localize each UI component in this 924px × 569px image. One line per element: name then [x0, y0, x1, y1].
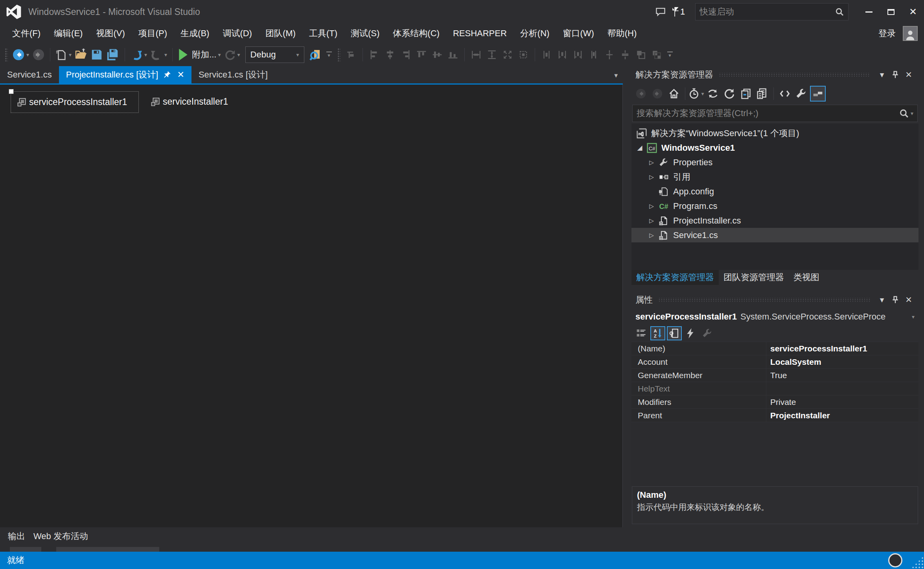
menu-team[interactable]: 团队(M) — [259, 25, 302, 42]
notification-flag-icon[interactable]: 1 — [669, 3, 687, 20]
user-avatar[interactable] — [903, 26, 918, 41]
align-to-grid-button[interactable] — [344, 46, 359, 63]
feedback-icon[interactable] — [652, 3, 669, 20]
align-centers-button[interactable] — [383, 46, 398, 63]
menu-architecture[interactable]: 体系结构(C) — [386, 25, 446, 42]
property-value[interactable]: True — [766, 369, 918, 382]
make-same-size-button[interactable] — [500, 46, 515, 63]
home-button[interactable] — [666, 86, 682, 102]
align-lefts-button[interactable] — [367, 46, 382, 63]
pin-icon[interactable] — [164, 71, 171, 79]
tree-node-projectinstaller-cs[interactable]: ▷ ProjectInstaller.cs — [631, 213, 918, 228]
make-same-height-button[interactable] — [484, 46, 499, 63]
menu-edit[interactable]: 编辑(E) — [47, 25, 89, 42]
menu-view[interactable]: 视图(V) — [89, 25, 131, 42]
solution-explorer-header[interactable]: 解决方案资源管理器 ▾ ✕ — [631, 66, 918, 83]
pending-changes-filter-button[interactable]: ▾ — [688, 86, 704, 102]
property-value[interactable]: serviceProcessInstaller1 — [766, 342, 918, 355]
new-file-button[interactable]: ▾ — [54, 46, 73, 63]
collapsed-arrow-icon[interactable]: ▷ — [646, 174, 657, 181]
collapsed-arrow-icon[interactable]: ▷ — [646, 217, 657, 224]
panel-drag-grip[interactable] — [719, 73, 870, 77]
window-resize-grip[interactable] — [911, 556, 923, 568]
component-service-installer[interactable]: serviceInstaller1 — [145, 91, 234, 112]
search-options-dropdown[interactable]: ▾ — [911, 110, 913, 116]
menu-help[interactable]: 帮助(H) — [601, 25, 644, 42]
property-pages-button[interactable] — [700, 326, 715, 340]
tree-node-solution[interactable]: 解决方案“WindowsService1”(1 个项目) — [631, 126, 918, 140]
pin-icon[interactable] — [889, 293, 902, 307]
save-button[interactable] — [89, 46, 104, 63]
navigate-back-button[interactable]: ▾ — [11, 46, 30, 63]
navigate-back-dropdown[interactable]: ▾ — [26, 52, 29, 58]
window-position-chevron[interactable]: ▾ — [875, 293, 889, 307]
property-row-parent[interactable]: Parent ProjectInstaller — [631, 409, 918, 422]
sync-with-active-document-button[interactable] — [705, 86, 721, 102]
menu-analyze[interactable]: 分析(N) — [514, 25, 556, 42]
property-row-modifiers[interactable]: Modifiers Private — [631, 395, 918, 409]
minimize-button[interactable] — [858, 3, 880, 20]
show-all-files-button[interactable] — [810, 86, 826, 102]
alphabetical-sort-button[interactable]: AZ — [650, 326, 665, 340]
restart-dropdown[interactable]: ▾ — [237, 52, 240, 58]
tree-node-app-config[interactable]: App.config — [631, 184, 918, 199]
property-value[interactable]: Private — [766, 395, 918, 408]
properties-header[interactable]: 属性 ▾ ✕ — [631, 291, 918, 309]
tab-web-publish-activity[interactable]: Web 发布活动 — [33, 530, 88, 542]
categorized-button[interactable] — [634, 326, 649, 340]
make-same-width-button[interactable] — [469, 46, 484, 63]
panel-drag-grip[interactable] — [658, 298, 870, 302]
vertical-spacing-equal-button[interactable] — [602, 46, 617, 63]
send-to-back-button[interactable] — [649, 46, 664, 63]
tab-solution-explorer[interactable]: 解决方案资源管理器 — [631, 270, 719, 285]
tree-node-program-cs[interactable]: ▷ C# Program.cs — [631, 199, 918, 213]
selection-handle[interactable] — [9, 89, 14, 94]
expanded-arrow-icon[interactable]: ◢ — [634, 144, 646, 152]
restart-button[interactable]: ▾ — [223, 46, 241, 63]
quick-launch-input[interactable] — [699, 7, 835, 17]
horizontal-spacing-equal-button[interactable] — [539, 46, 554, 63]
quick-launch-box[interactable] — [695, 3, 849, 20]
back-button[interactable] — [633, 86, 649, 102]
collapsed-arrow-icon[interactable]: ▷ — [646, 159, 657, 166]
menu-file[interactable]: 文件(F) — [6, 25, 47, 42]
open-file-button[interactable] — [74, 46, 88, 63]
tab-team-explorer[interactable]: 团队资源管理器 — [719, 270, 789, 285]
start-debug-button[interactable]: 附加... ▾ — [177, 46, 222, 63]
sign-in-link[interactable]: 登录 — [878, 28, 896, 39]
tree-node-service1-cs[interactable]: ▷ Service1.cs — [631, 228, 918, 242]
undo-dropdown[interactable]: ▾ — [144, 52, 147, 58]
properties-view-button[interactable] — [667, 326, 682, 340]
find-in-files-button[interactable] — [308, 46, 323, 63]
increase-vertical-spacing-button[interactable] — [618, 46, 633, 63]
events-button[interactable] — [683, 326, 698, 340]
view-code-button[interactable] — [777, 86, 793, 102]
component-designer-surface[interactable]: serviceProcessInstaller1 serviceInstalle… — [0, 85, 623, 527]
document-list-chevron[interactable]: ▼ — [613, 72, 619, 79]
window-position-chevron[interactable]: ▾ — [875, 68, 889, 81]
property-value[interactable]: ProjectInstaller — [766, 409, 918, 422]
menu-window[interactable]: 窗口(W) — [556, 25, 600, 42]
menu-tools[interactable]: 工具(T) — [302, 25, 344, 42]
collapsed-arrow-icon[interactable]: ▷ — [646, 203, 657, 210]
tab-service1-cs-design[interactable]: Service1.cs [设计] — [191, 66, 275, 83]
component-service-process-installer[interactable]: serviceProcessInstaller1 — [11, 91, 139, 113]
property-row-helptext[interactable]: HelpText — [631, 382, 918, 395]
tab-output[interactable]: 输出 — [8, 530, 25, 542]
refresh-button[interactable] — [722, 86, 737, 102]
navigate-forward-button[interactable] — [31, 46, 46, 63]
tab-service1-cs[interactable]: Service1.cs — [0, 66, 59, 83]
save-all-button[interactable] — [105, 46, 121, 63]
decrease-horizontal-spacing-button[interactable] — [571, 46, 585, 63]
align-rights-button[interactable] — [398, 46, 413, 63]
solution-configuration-combo[interactable]: Debug ▾ — [245, 46, 304, 63]
start-debug-dropdown[interactable]: ▾ — [218, 52, 221, 58]
feedback-smiley-button[interactable] — [888, 553, 902, 567]
object-selector-combo[interactable]: serviceProcessInstaller1 System.ServiceP… — [631, 309, 918, 325]
properties-shortcut-button[interactable] — [755, 86, 770, 102]
close-tab-icon[interactable]: ✕ — [177, 70, 184, 80]
close-panel-icon[interactable]: ✕ — [902, 68, 915, 81]
filter-dropdown[interactable]: ▾ — [701, 91, 704, 97]
property-value[interactable] — [766, 382, 918, 395]
solution-search-box[interactable]: ▾ — [632, 105, 918, 122]
